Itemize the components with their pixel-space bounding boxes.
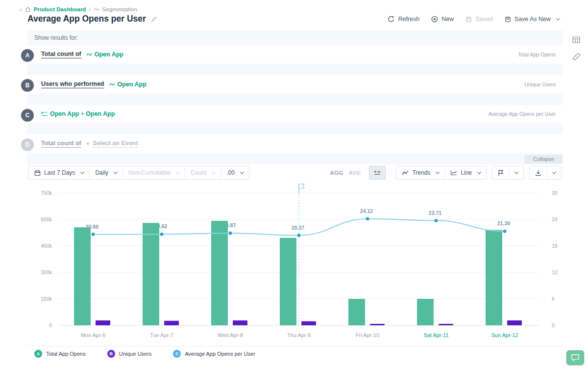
saved-button: Saved xyxy=(466,16,492,23)
event-wave-icon xyxy=(109,82,115,87)
svg-text:Mon Apr-6: Mon Apr-6 xyxy=(81,332,106,338)
interval-dropdown[interactable]: Daily xyxy=(89,166,122,179)
interval-value: Daily xyxy=(95,169,108,176)
download-dropdown-chevron[interactable] xyxy=(547,166,561,179)
row-badge-a: A xyxy=(21,49,34,62)
right-rail xyxy=(564,30,588,368)
help-chat-button[interactable] xyxy=(566,350,584,365)
collapse-button[interactable]: Collapse xyxy=(525,155,563,163)
avg-toggle[interactable]: AVG xyxy=(348,170,361,176)
date-range-dropdown[interactable]: Last 7 Days xyxy=(29,166,89,179)
chevron-down-icon xyxy=(114,170,118,174)
chevron-down-icon xyxy=(80,170,84,174)
legend-item-average-app-opens[interactable]: C Average App Opens per User xyxy=(173,350,255,358)
trends-line-group: Trends Line xyxy=(396,166,487,180)
event-selector[interactable]: Open App xyxy=(86,51,123,58)
svg-text:Sun Apr-12: Sun Apr-12 xyxy=(491,332,518,338)
chevron-down-icon xyxy=(436,170,440,174)
event-wave-icon xyxy=(86,52,92,57)
legend-dot-a: A xyxy=(34,350,42,358)
svg-text:24: 24 xyxy=(552,216,558,222)
chevron-down-icon xyxy=(240,170,244,174)
row-badge-d: D xyxy=(21,138,34,151)
breadcrumb-dashboard-link[interactable]: Product Dashboard xyxy=(34,6,86,12)
edit-title-pencil-icon[interactable] xyxy=(151,16,157,22)
chevron-down-icon xyxy=(552,170,556,174)
legend-item-unique-users[interactable]: B Unique Users xyxy=(107,350,152,358)
agg-toggle[interactable]: AGG xyxy=(330,170,343,176)
legend-item-total-app-opens[interactable]: A Total App Opens xyxy=(34,350,86,358)
select-event-placeholder[interactable]: + Select an Event xyxy=(86,140,138,148)
svg-text:18: 18 xyxy=(552,243,558,249)
flag-annotation-button[interactable] xyxy=(492,166,509,179)
formula-text: Open App ÷ Open App xyxy=(50,110,115,117)
legend-label: Unique Users xyxy=(119,351,152,357)
event-name: Open App xyxy=(118,81,147,88)
table-icon xyxy=(572,36,580,43)
save-as-new-button[interactable]: Save As New xyxy=(505,16,560,23)
event-selector[interactable]: Open App xyxy=(109,81,147,88)
date-range-value: Last 7 Days xyxy=(44,169,75,176)
segmentation-chart[interactable]: 750k30600k24450k18300k12150k60020.6020.6… xyxy=(27,183,563,346)
svg-text:Tue Apr-7: Tue Apr-7 xyxy=(150,332,173,338)
metric-type-selector[interactable]: Total count of xyxy=(41,140,81,148)
metric-value: Count xyxy=(191,169,206,176)
row-badge-b: B xyxy=(21,79,34,92)
svg-text:12: 12 xyxy=(552,269,558,275)
chevron-down-icon xyxy=(212,170,216,174)
chart-type-dropdown[interactable]: Line xyxy=(444,166,486,179)
query-row-d: D Total count of + Select an Event xyxy=(27,134,563,153)
chart-controls-right: AGG AVG Trends xyxy=(330,166,562,180)
decimal-dropdown[interactable]: .00 xyxy=(220,166,249,179)
svg-text:750k: 750k xyxy=(41,190,52,196)
bookmark-icon xyxy=(466,16,472,23)
annotate-button[interactable] xyxy=(570,50,583,63)
svg-text:150k: 150k xyxy=(41,296,52,302)
chart-legend: A Total App Opens B Unique Users C Avera… xyxy=(27,346,563,361)
chat-bubble-icon xyxy=(571,354,580,362)
chevron-down-icon xyxy=(556,16,560,20)
chart-toolbar: Last 7 Days Daily Non-Cumulative Count xyxy=(27,164,563,180)
back-chevron-icon[interactable]: ‹ xyxy=(20,6,22,13)
refresh-label: Refresh xyxy=(398,16,419,23)
new-button[interactable]: New xyxy=(431,16,454,23)
trends-icon xyxy=(402,170,409,176)
table-view-button[interactable] xyxy=(570,33,583,46)
home-icon xyxy=(25,6,31,12)
event-name: Open App xyxy=(95,51,123,58)
row-output-label: Total App Opens xyxy=(518,52,556,57)
formula-list-icon xyxy=(374,170,381,176)
formula-mode-button[interactable] xyxy=(369,166,386,180)
svg-text:0: 0 xyxy=(49,322,52,328)
legend-dot-c: C xyxy=(173,350,181,358)
refresh-button[interactable]: Refresh xyxy=(388,16,419,23)
row-badge-c: C xyxy=(21,109,34,122)
cumulative-value: Non-Cumulative xyxy=(128,169,171,176)
formula-icon xyxy=(41,111,48,117)
page-title: Average App Opens per User xyxy=(27,14,146,24)
metric-type-selector[interactable]: Total count of xyxy=(41,51,81,58)
formula-selector[interactable]: Open App ÷ Open App xyxy=(41,110,115,117)
chart-toolbar-wrap: Collapse Last 7 Days Daily xyxy=(27,164,563,180)
flag-icon xyxy=(498,170,504,176)
chart-area: 750k30600k24450k18300k12150k60020.6020.6… xyxy=(27,180,563,346)
trends-value: Trends xyxy=(412,169,430,176)
main-panel: Show results for: A Total count of Open … xyxy=(27,30,563,361)
trends-dropdown[interactable]: Trends xyxy=(396,166,444,179)
svg-text:450k: 450k xyxy=(41,243,52,249)
line-chart-icon xyxy=(450,170,457,176)
flag-dropdown-chevron[interactable] xyxy=(509,166,523,179)
query-row-b: B Users who performed Open App Unique Us… xyxy=(27,75,563,94)
legend-label: Average App Opens per User xyxy=(185,351,255,357)
download-button[interactable] xyxy=(530,166,547,179)
placeholder-text: Select an Event xyxy=(93,140,138,148)
chart-controls-left: Last 7 Days Daily Non-Cumulative Count xyxy=(28,166,249,180)
row-output-label: Unique Users xyxy=(524,81,556,87)
svg-text:23.71: 23.71 xyxy=(429,210,441,216)
ruler-icon xyxy=(573,53,580,60)
export-group xyxy=(529,166,562,180)
svg-text:Sat Apr-11: Sat Apr-11 xyxy=(423,332,448,338)
metric-dropdown: Count xyxy=(185,166,220,179)
decimal-value: .00 xyxy=(226,169,235,176)
metric-type-selector[interactable]: Users who performed xyxy=(41,80,104,88)
